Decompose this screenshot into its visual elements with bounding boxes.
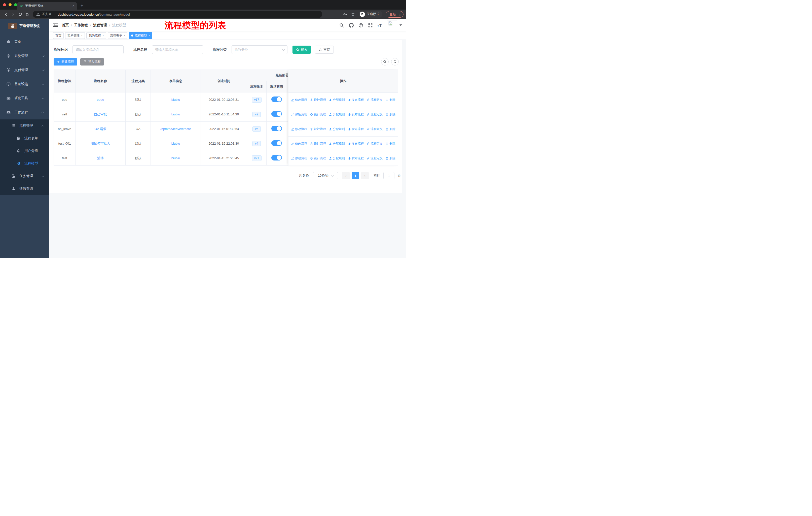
publish-action-link[interactable]: 发布流程 — [348, 142, 364, 146]
definition-action-link[interactable]: 流程定义 — [367, 112, 383, 117]
fontsize-icon[interactable] — [378, 23, 382, 28]
sidebar-item-bpm-form[interactable]: 流程表单 — [0, 132, 49, 145]
cell-form-link[interactable]: biubiu — [171, 142, 180, 145]
cell-name-link[interactable]: 自己审批 — [94, 112, 107, 116]
tag-close-icon[interactable]: × — [81, 34, 83, 37]
browser-tab[interactable]: 芋道管理系统 × — [17, 2, 77, 9]
modify-action-link[interactable]: 修改流程 — [291, 156, 307, 161]
breadcrumb-item[interactable]: 工作流程 — [74, 23, 88, 27]
toggle-search-button[interactable] — [381, 58, 388, 65]
tag-close-icon[interactable]: × — [148, 34, 150, 37]
delete-action-link[interactable]: 删除 — [385, 142, 396, 146]
cell-name-link[interactable]: eeee — [97, 98, 104, 102]
tab-close-icon[interactable]: × — [72, 4, 75, 8]
sidebar-item-infra[interactable]: 基础设施 — [0, 77, 49, 91]
reset-button[interactable]: 重置 — [315, 46, 334, 54]
search-button[interactable]: 搜索 — [292, 46, 311, 54]
tag-首页[interactable]: 首页 — [53, 32, 64, 39]
question-icon[interactable] — [358, 23, 363, 28]
tag-close-icon[interactable]: × — [102, 34, 104, 37]
close-window-button[interactable] — [3, 3, 6, 6]
sidebar-item-user-group[interactable]: 用户分组 — [0, 145, 49, 157]
active-toggle[interactable] — [271, 140, 282, 146]
active-toggle[interactable] — [271, 97, 282, 102]
sidebar-item-devtools[interactable]: 研发工具 — [0, 91, 49, 105]
design-action-link[interactable]: 设计流程 — [310, 142, 326, 146]
cell-name-link[interactable]: 测试多审批人 — [91, 142, 110, 145]
breadcrumb-item[interactable]: 流程管理 — [93, 23, 107, 27]
cell-form-link[interactable]: biubiu — [171, 112, 180, 116]
filter-name-input[interactable] — [152, 45, 203, 54]
tag-租户管理[interactable]: 租户管理 × — [65, 32, 85, 39]
bookmark-star-icon[interactable] — [351, 12, 355, 17]
breadcrumb-item[interactable]: 首页 — [62, 23, 69, 27]
tag-流程模型[interactable]: 流程模型 × — [129, 32, 152, 39]
chrome-update-button[interactable]: 更新 — [386, 11, 404, 18]
url-text[interactable]: dashboard.yudao.iocoder.cn/bpm/manager/m… — [58, 12, 130, 17]
definition-action-link[interactable]: 流程定义 — [367, 127, 383, 131]
cell-form-link[interactable]: /bpm/oa/leave/create — [160, 127, 191, 131]
definition-action-link[interactable]: 流程定义 — [367, 156, 383, 161]
sidebar-logo[interactable]: 芋道管理系统 — [0, 19, 49, 33]
design-action-link[interactable]: 设计流程 — [310, 98, 326, 102]
design-action-link[interactable]: 设计流程 — [310, 112, 326, 117]
password-key-icon[interactable] — [343, 12, 347, 17]
sidebar-item-task-manage[interactable]: 任务管理 — [0, 170, 49, 183]
github-icon[interactable] — [349, 23, 354, 28]
delete-action-link[interactable]: 删除 — [385, 156, 396, 161]
minimize-window-button[interactable] — [8, 3, 11, 6]
security-label[interactable]: 不安全 — [42, 12, 52, 17]
window-controls[interactable] — [3, 3, 17, 6]
publish-action-link[interactable]: 发布流程 — [348, 127, 364, 131]
prev-page-button[interactable]: ‹ — [342, 172, 350, 179]
avatar[interactable] — [387, 20, 397, 30]
search-icon[interactable] — [339, 23, 344, 28]
modify-action-link[interactable]: 修改流程 — [291, 127, 307, 131]
publish-action-link[interactable]: 发布流程 — [348, 98, 364, 102]
assign-action-link[interactable]: 分配规则 — [329, 112, 345, 117]
publish-action-link[interactable]: 发布流程 — [348, 156, 364, 161]
definition-action-link[interactable]: 流程定义 — [367, 142, 383, 146]
sidebar-item-payment[interactable]: 支付管理 — [0, 63, 49, 77]
sidebar-item-system[interactable]: 系统管理 — [0, 49, 49, 63]
sidebar-item-workflow[interactable]: 工作流程 — [0, 105, 49, 119]
filter-key-input[interactable] — [72, 45, 123, 54]
assign-action-link[interactable]: 分配规则 — [329, 156, 345, 161]
reload-button[interactable] — [17, 11, 24, 18]
address-bar[interactable]: 不安全 dashboard.yudao.iocoder.cn/bpm/manag… — [33, 11, 322, 18]
modify-action-link[interactable]: 修改流程 — [291, 112, 307, 117]
page-size-select[interactable]: 10条/页 — [313, 172, 338, 179]
modify-action-link[interactable]: 修改流程 — [291, 142, 307, 146]
publish-action-link[interactable]: 发布流程 — [348, 112, 364, 117]
home-button[interactable] — [24, 11, 31, 18]
cell-form-link[interactable]: biubiu — [171, 156, 180, 160]
delete-action-link[interactable]: 删除 — [385, 127, 396, 131]
assign-action-link[interactable]: 分配规则 — [329, 127, 345, 131]
sidebar-item-leave-query[interactable]: 请假查询 — [0, 183, 49, 195]
hamburger-icon[interactable] — [53, 23, 58, 27]
active-toggle[interactable] — [271, 126, 282, 131]
goto-page-input[interactable] — [383, 172, 395, 179]
next-page-button[interactable]: › — [361, 172, 369, 179]
filter-category-select[interactable]: 流程分类 — [232, 45, 287, 54]
delete-action-link[interactable]: 删除 — [385, 98, 396, 102]
modify-action-link[interactable]: 修改流程 — [291, 98, 307, 102]
tag-我的流程[interactable]: 我的流程 × — [86, 32, 106, 39]
design-action-link[interactable]: 设计流程 — [310, 156, 326, 161]
back-button[interactable] — [2, 11, 9, 18]
sidebar-item-home[interactable]: 首页 — [0, 35, 49, 49]
delete-action-link[interactable]: 删除 — [385, 112, 396, 117]
user-menu[interactable] — [387, 20, 402, 30]
cell-name-link[interactable]: OA 请假 — [94, 127, 107, 131]
active-toggle[interactable] — [271, 155, 282, 161]
tag-close-icon[interactable]: × — [123, 34, 125, 37]
forward-button[interactable] — [9, 11, 17, 18]
browser-menu-icon[interactable] — [398, 12, 402, 16]
sidebar-item-bpm-manage[interactable]: 流程管理 — [0, 119, 49, 132]
sidebar-item-bpm-model[interactable]: 流程模型 — [0, 157, 49, 170]
new-tab-button[interactable]: + — [81, 3, 83, 8]
assign-action-link[interactable]: 分配规则 — [329, 142, 345, 146]
tag-流程表单[interactable]: 流程表单 × — [108, 32, 127, 39]
import-process-button[interactable]: 导入流程 — [80, 58, 104, 65]
assign-action-link[interactable]: 分配规则 — [329, 98, 345, 102]
